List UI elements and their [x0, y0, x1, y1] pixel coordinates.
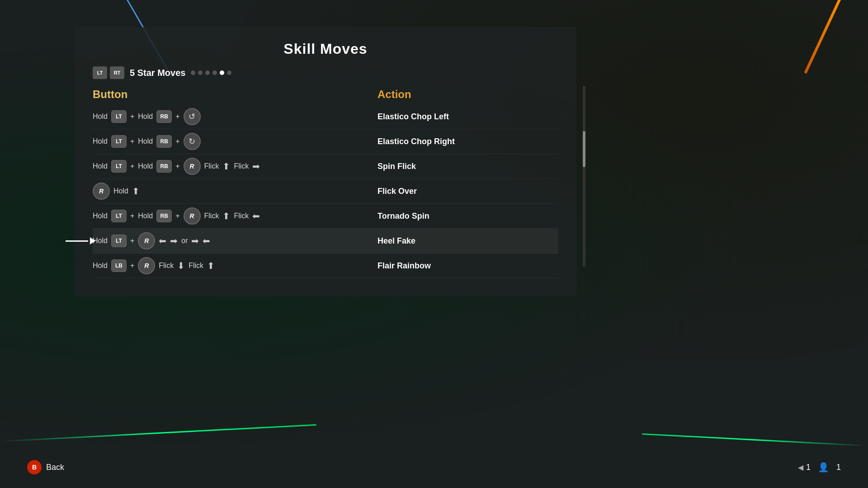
seq-text: Hold: [93, 113, 108, 121]
action-name-5: Heel Fake: [377, 236, 558, 246]
seq-rotate-icon: ↻: [184, 133, 201, 150]
bottom-bar: B Back ◀ 1 👤 1: [0, 460, 868, 474]
moves-list: HoldLT+HoldRB+↺Elastico Chop LeftHoldLT+…: [93, 104, 558, 278]
seq-text: Hold: [93, 137, 108, 145]
seq-badge-rb: RB: [156, 110, 172, 123]
seq-rotate-icon: ↺: [184, 108, 201, 125]
move-row-1[interactable]: HoldLT+HoldRB+↻Elastico Chop Right: [93, 129, 558, 154]
seq-text: Flick: [204, 212, 219, 220]
seq-arrow-icon: ⬆: [132, 186, 140, 197]
button-column-header: Button: [93, 88, 377, 101]
seq-text: Hold: [138, 137, 153, 145]
move-row-4[interactable]: HoldLT+HoldRB+RFlick⬆Flick⬅Tornado Spin: [93, 204, 558, 229]
dot-1: [191, 70, 195, 75]
scrollbar-thumb[interactable]: [583, 131, 585, 167]
seq-text: Flick: [204, 162, 219, 170]
seq-arrow-icon: ⬅: [203, 235, 210, 246]
seq-text: Hold: [113, 187, 128, 195]
seq-arrow-icon: ⬅: [252, 211, 260, 221]
lt-button[interactable]: LT: [93, 66, 107, 79]
action-name-0: Elastico Chop Left: [377, 112, 558, 122]
button-sequence-2: HoldLT+HoldRB+RFlick⬆Flick➡: [93, 158, 377, 175]
seq-arrow-icon: ⬆: [222, 211, 230, 221]
action-name-1: Elastico Chop Right: [377, 137, 558, 146]
player-count: 1: [836, 463, 841, 472]
button-sequence-6: HoldLB+RFlick⬇Flick⬆: [93, 257, 377, 274]
seq-text: +: [130, 137, 134, 145]
dot-5-active: [220, 70, 224, 75]
seq-badge-lt: LT: [111, 210, 127, 222]
scrollbar[interactable]: [583, 86, 585, 267]
action-name-2: Spin Flick: [377, 162, 558, 171]
button-sequence-3: RHold⬆: [93, 183, 377, 200]
page-nav-left-icon[interactable]: ◀: [798, 463, 803, 472]
button-sequence-0: HoldLT+HoldRB+↺: [93, 108, 377, 125]
dot-indicators: [191, 70, 231, 75]
dot-3: [205, 70, 210, 75]
seq-text: Hold: [138, 162, 153, 170]
page-number: 1: [806, 463, 811, 472]
b-button-icon: B: [27, 460, 42, 474]
tab-label: 5 Star Moves: [130, 68, 185, 78]
columns-header: Button Action: [93, 88, 558, 101]
action-name-3: Flick Over: [377, 187, 558, 196]
seq-arrow-icon: ➡: [170, 235, 178, 246]
back-button[interactable]: B Back: [27, 460, 64, 474]
seq-badge-lt: LT: [111, 235, 127, 247]
button-sequence-1: HoldLT+HoldRB+↻: [93, 133, 377, 150]
bottom-right-info: ◀ 1 👤 1: [798, 462, 841, 473]
player-icon: 👤: [818, 462, 829, 473]
selection-arrow: [66, 237, 95, 244]
seq-text: +: [175, 212, 179, 220]
tab-header: LT RT 5 Star Moves: [93, 66, 558, 79]
seq-text: +: [175, 137, 179, 145]
seq-badge-rb: RB: [156, 210, 172, 222]
seq-text: +: [175, 162, 179, 170]
move-row-5[interactable]: HoldLT+R⬅➡or➡⬅Heel Fake: [93, 229, 558, 253]
seq-text: Hold: [138, 113, 153, 121]
action-column-header: Action: [377, 88, 558, 101]
rt-button[interactable]: RT: [110, 66, 124, 79]
bg-green-line-left: [0, 424, 316, 442]
seq-badge-lt: LT: [111, 110, 127, 123]
seq-text: +: [130, 262, 134, 270]
seq-arrow-icon: ⬆: [222, 161, 230, 172]
seq-arrow-icon: ⬅: [159, 235, 166, 246]
action-name-4: Tornado Spin: [377, 211, 558, 221]
tab-navigation: LT RT: [93, 66, 124, 79]
seq-arrow-icon: ➡: [191, 235, 199, 246]
page-title: Skill Moves: [93, 41, 558, 57]
seq-badge-lt: LT: [111, 135, 127, 148]
main-panel: Skill Moves LT RT 5 Star Moves Button Ac…: [75, 27, 576, 296]
seq-text: Flick: [159, 262, 174, 270]
seq-arrow-icon: ➡: [252, 161, 260, 172]
seq-text: Flick: [234, 162, 249, 170]
seq-text: +: [130, 237, 134, 245]
move-row-2[interactable]: HoldLT+HoldRB+RFlick⬆Flick➡Spin Flick: [93, 154, 558, 179]
seq-badge-rb: RB: [156, 160, 172, 173]
dot-4: [212, 70, 217, 75]
dot-6: [227, 70, 231, 75]
move-row-0[interactable]: HoldLT+HoldRB+↺Elastico Chop Left: [93, 104, 558, 129]
seq-text: Hold: [138, 212, 153, 220]
seq-text: Flick: [234, 212, 249, 220]
seq-text: Hold: [93, 262, 108, 270]
seq-text: Hold: [93, 212, 108, 220]
seq-arrow-icon: ⬆: [207, 260, 215, 271]
seq-text: Hold: [93, 162, 108, 170]
button-sequence-4: HoldLT+HoldRB+RFlick⬆Flick⬅: [93, 207, 377, 225]
dot-2: [198, 70, 203, 75]
seq-badge-lb: LB: [111, 259, 127, 272]
seq-badge-r: R: [184, 158, 201, 175]
seq-badge-r: R: [138, 257, 155, 274]
move-row-3[interactable]: RHold⬆Flick Over: [93, 179, 558, 204]
move-row-6[interactable]: HoldLB+RFlick⬇Flick⬆Flair Rainbow: [93, 253, 558, 278]
seq-badge-r: R: [93, 183, 110, 200]
seq-text: or: [181, 237, 188, 245]
bg-green-line-right: [642, 433, 868, 446]
seq-text: +: [130, 212, 134, 220]
seq-badge-r: R: [184, 207, 201, 225]
seq-arrow-icon: ⬇: [177, 260, 185, 271]
button-sequence-5: HoldLT+R⬅➡or➡⬅: [93, 232, 377, 249]
seq-badge-lt: LT: [111, 160, 127, 173]
